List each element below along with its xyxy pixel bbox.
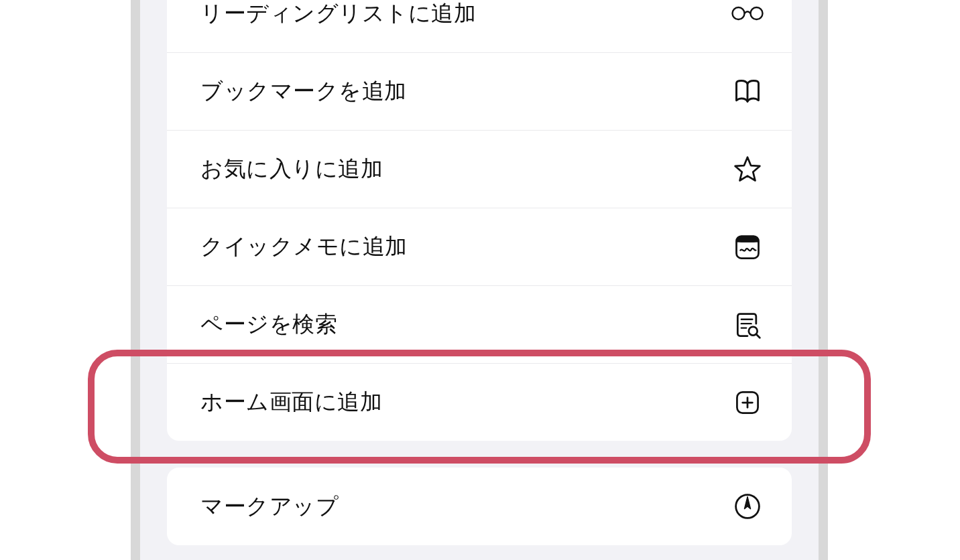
menu-item-label: ブックマークを追加 (200, 76, 407, 107)
glasses-icon (731, 0, 764, 29)
star-icon (731, 153, 764, 186)
menu-item-reading-list[interactable]: リーディングリストに追加 (167, 0, 792, 52)
svg-line-9 (756, 334, 760, 338)
menu-item-find-on-page[interactable]: ページを検索 (167, 285, 792, 363)
plus-square-icon (731, 387, 764, 419)
menu-item-label: クイックメモに追加 (200, 232, 408, 262)
share-sheet-menu: リーディングリストに追加 ブックマークを追加 (167, 0, 792, 560)
menu-item-label: リーディングリストに追加 (200, 0, 476, 29)
menu-item-quicknote[interactable]: クイックメモに追加 (167, 208, 792, 285)
menu-item-label: マークアップ (200, 492, 339, 522)
quicknote-icon (731, 231, 764, 263)
menu-item-add-home-screen[interactable]: ホーム画面に追加 (167, 363, 792, 441)
svg-point-1 (751, 7, 763, 19)
book-icon (731, 76, 764, 108)
menu-item-label: ページを検索 (200, 309, 337, 340)
menu-item-markup[interactable]: マークアップ (167, 468, 792, 545)
menu-item-label: ホーム画面に追加 (200, 387, 382, 417)
find-on-page-icon (731, 309, 764, 341)
phone-frame: リーディングリストに追加 ブックマークを追加 (131, 0, 828, 560)
menu-item-label: お気に入りに追加 (200, 154, 383, 184)
menu-item-favorites[interactable]: お気に入りに追加 (167, 130, 792, 208)
svg-point-0 (733, 7, 745, 19)
menu-item-bookmark[interactable]: ブックマークを追加 (167, 52, 792, 130)
markup-icon (731, 490, 764, 522)
menu-group-1: リーディングリストに追加 ブックマークを追加 (167, 0, 792, 441)
menu-group-2: マークアップ (167, 468, 792, 545)
svg-rect-4 (737, 238, 759, 242)
